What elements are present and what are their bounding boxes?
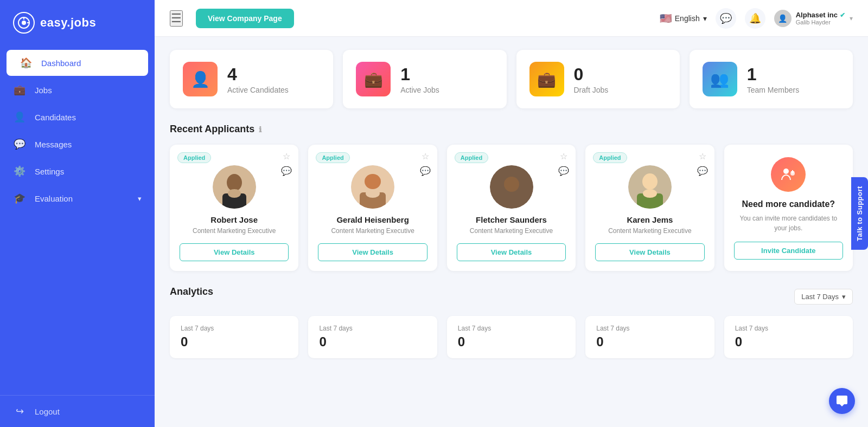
star-icon-2[interactable]: ☆ [422, 151, 429, 161]
svg-point-16 [642, 173, 658, 190]
applicants-row: Applied ☆ 💬 Robert Jose Content Marketin… [170, 145, 853, 271]
verified-icon: ✔ [840, 11, 845, 19]
sidebar-item-settings-label: Settings [35, 167, 64, 176]
view-details-btn-4[interactable]: View Details [595, 243, 704, 261]
sidebar-item-dashboard[interactable]: 🏠 Dashboard [7, 50, 148, 76]
card-actions-4: ☆ 💬 [697, 151, 708, 176]
message-icon-2[interactable]: 💬 [420, 166, 431, 176]
stat-info-active-candidates: 4 Active Candidates [227, 64, 289, 94]
active-jobs-count: 1 [400, 64, 439, 85]
svg-point-18 [643, 189, 657, 198]
logout-icon: ↪ [13, 405, 26, 417]
active-jobs-icon: 💼 [356, 62, 391, 96]
evaluation-icon: 🎓 [13, 192, 26, 204]
message-icon-4[interactable]: 💬 [697, 166, 708, 176]
analytics-card-0: Last 7 days 0 [170, 316, 298, 358]
user-chevron-icon: ▾ [850, 15, 853, 22]
message-icon-1[interactable]: 💬 [281, 166, 292, 176]
header: ☰ View Company Page 🇺🇸 English ▾ 💬 🔔 👤 A… [155, 0, 868, 37]
applicant-card-4: Applied ☆ 💬 Karen Jems Content Marketing… [585, 145, 714, 271]
applicant-name-1: Robert Jose [210, 215, 258, 224]
analytics-filter[interactable]: Last 7 Days ▾ [794, 289, 853, 305]
svg-point-7 [228, 189, 241, 198]
card-actions-3: ☆ 💬 [558, 151, 569, 176]
sidebar-item-jobs-label: Jobs [35, 86, 52, 95]
view-details-btn-2[interactable]: View Details [318, 243, 427, 261]
stat-card-team-members[interactable]: 👥 1 Team Members [690, 50, 853, 108]
analytics-count-3: 0 [596, 334, 703, 350]
analytics-card-2: Last 7 days 0 [447, 316, 576, 358]
sidebar-item-dashboard-label: Dashboard [41, 59, 81, 68]
candidates-icon: 👤 [13, 111, 26, 123]
view-details-btn-1[interactable]: View Details [180, 243, 289, 261]
star-icon-4[interactable]: ☆ [699, 151, 706, 161]
view-company-button[interactable]: View Company Page [196, 9, 294, 28]
flag-icon: 🇺🇸 [660, 12, 672, 24]
user-info: Alphaset inc ✔ Galib Hayder [796, 11, 845, 25]
stat-card-draft-jobs[interactable]: 💼 0 Draft Jobs [516, 50, 680, 108]
talk-to-support-button[interactable]: Talk to Support [851, 177, 868, 250]
language-selector[interactable]: 🇺🇸 English ▾ [660, 12, 707, 24]
stats-row: 👤 4 Active Candidates 💼 1 Active Jobs 💼 … [170, 50, 853, 108]
invite-candidate-button[interactable]: Invite Candidate [734, 242, 843, 260]
app-logo[interactable]: easy.jobs [0, 0, 155, 46]
hamburger-button[interactable]: ☰ [170, 10, 183, 27]
company-name: Alphaset inc ✔ [796, 11, 845, 19]
sidebar-item-jobs[interactable]: 💼 Jobs [0, 77, 155, 103]
applicant-name-3: Fletcher Saunders [476, 215, 547, 224]
sidebar-item-evaluation[interactable]: 🎓 Evaluation ▾ [0, 185, 155, 211]
content-area: 👤 4 Active Candidates 💼 1 Active Jobs 💼 … [155, 37, 868, 427]
star-icon-3[interactable]: ☆ [560, 151, 567, 161]
team-members-count: 1 [747, 64, 799, 85]
avatar-3 [490, 165, 533, 209]
analytics-header: Analytics Last 7 Days ▾ [170, 286, 853, 307]
applied-badge-1: Applied [177, 152, 211, 163]
sidebar-item-evaluation-label: Evaluation [35, 194, 73, 203]
invite-title: Need more candidate? [742, 199, 835, 209]
info-icon: ℹ [259, 125, 261, 134]
applicant-role-3: Content Marketing Executive [470, 227, 553, 236]
notification-button[interactable]: 🔔 [745, 8, 765, 29]
chevron-down-icon: ▾ [138, 195, 142, 203]
applicant-card-1: Applied ☆ 💬 Robert Jose Content Marketin… [170, 145, 298, 271]
home-icon: 🏠 [20, 57, 33, 69]
star-icon-1[interactable]: ☆ [283, 151, 290, 161]
sidebar: easy.jobs 🏠 Dashboard 💼 Jobs 👤 Candidate… [0, 0, 155, 427]
svg-point-9 [365, 174, 381, 189]
language-label: English [675, 14, 700, 23]
sidebar-item-settings[interactable]: ⚙️ Settings [0, 158, 155, 184]
draft-jobs-count: 0 [574, 64, 609, 85]
logout-button[interactable]: ↪ Logout [0, 395, 155, 427]
svg-point-11 [366, 189, 380, 198]
analytics-card-3: Last 7 days 0 [585, 316, 714, 358]
filter-label: Last 7 Days [801, 293, 839, 301]
stat-card-active-candidates[interactable]: 👤 4 Active Candidates [170, 50, 333, 108]
applicant-name-4: Karen Jems [627, 215, 673, 224]
invite-card: Need more candidate? You can invite more… [724, 145, 853, 271]
user-menu[interactable]: 👤 Alphaset inc ✔ Galib Hayder ▾ [774, 10, 853, 27]
analytics-card-1: Last 7 days 0 [308, 316, 437, 358]
analytics-label-1: Last 7 days [319, 325, 426, 332]
analytics-count-1: 0 [319, 334, 426, 350]
card-actions-2: ☆ 💬 [420, 151, 431, 176]
analytics-label-3: Last 7 days [596, 325, 703, 332]
avatar-4 [628, 165, 672, 209]
chat-header-button[interactable]: 💬 [716, 8, 736, 29]
active-candidates-count: 4 [227, 64, 289, 85]
sidebar-nav: 🏠 Dashboard 💼 Jobs 👤 Candidates 💬 Messag… [0, 46, 155, 395]
stat-card-active-jobs[interactable]: 💼 1 Active Jobs [343, 50, 506, 108]
card-actions-1: ☆ 💬 [281, 151, 292, 176]
chat-bubble-button[interactable] [829, 388, 855, 414]
svg-point-5 [227, 174, 242, 191]
sidebar-item-messages-label: Messages [35, 140, 72, 149]
messages-icon: 💬 [13, 138, 26, 150]
message-icon-3[interactable]: 💬 [558, 166, 569, 176]
stat-info-team-members: 1 Team Members [747, 64, 799, 94]
analytics-card-4: Last 7 days 0 [724, 316, 853, 358]
invite-description: You can invite more candidates to your j… [734, 214, 843, 233]
view-details-btn-3[interactable]: View Details [457, 243, 566, 261]
sidebar-item-candidates[interactable]: 👤 Candidates [0, 104, 155, 130]
logout-label: Logout [35, 407, 60, 416]
sidebar-item-messages[interactable]: 💬 Messages [0, 131, 155, 157]
avatar-1 [213, 165, 256, 209]
